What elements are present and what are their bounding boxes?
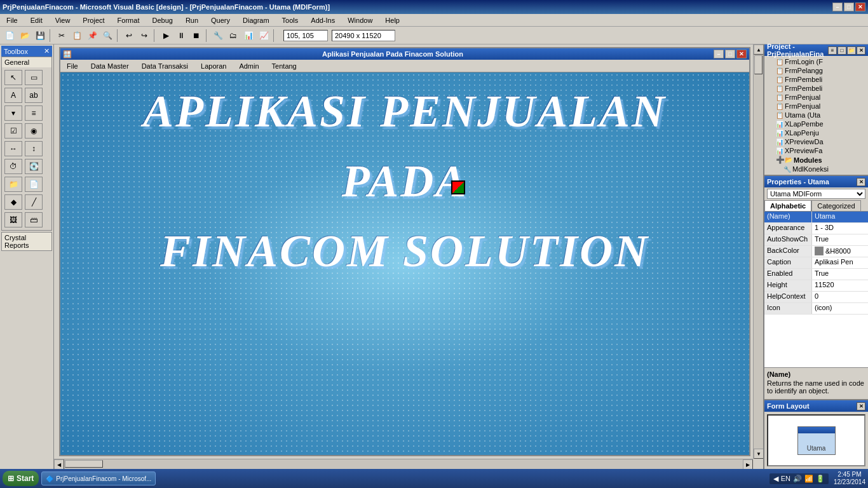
tray-sound-icon[interactable]: 🔊 [793,475,802,483]
toolbox-crystal-tab[interactable]: Crystal Reports [2,233,51,250]
menu-debug[interactable]: Debug [148,15,176,25]
vscroll-thumb[interactable] [754,55,763,74]
toolbar-redo[interactable]: ↪ [137,29,151,43]
tree-item-modules[interactable]: ➕ 📂 Modules [766,155,867,165]
toolbar-undo[interactable]: ↩ [122,29,136,43]
prop-row-enabled[interactable]: Enabled True [764,269,868,280]
tray-arrow[interactable]: ◀ [773,475,778,483]
toolbar-find[interactable]: 🔍 [100,29,114,43]
properties-object-select[interactable]: Utama MDIForm [767,189,865,199]
toolbox-header[interactable]: Toolbox ✕ [1,46,52,57]
menu-query[interactable]: Query [207,15,234,25]
prop-row-appearance[interactable]: Appearance 1 - 3D [764,223,868,234]
vscroll-up-btn[interactable]: ▲ [754,44,763,55]
taskbar-clock[interactable]: 2:45 PM 12/23/2014 [834,471,865,486]
tool-label[interactable]: A [4,88,22,103]
props-tab-alphabetic[interactable]: Alphabetic [764,200,811,211]
prop-row-helpcontext[interactable]: HelpContext 0 [764,292,868,303]
tree-item-frmpelanggan[interactable]: 📋 FrmPelangg [766,66,867,75]
tool-list[interactable]: ≡ [25,105,43,121]
tree-item-frmpembeli1[interactable]: 📋 FrmPembeli [766,75,867,84]
tool-file[interactable]: 📄 [25,177,43,192]
toolbar-run[interactable]: ▶ [159,29,173,43]
tree-item-xpreviewfa[interactable]: 📊 XPreviewFa [766,146,867,155]
mdi-menu-datatransaksi[interactable]: Data Transaksi [138,61,192,71]
toolbar-extra1[interactable]: 🔧 [211,29,225,43]
tool-line[interactable]: ╱ [25,194,43,210]
toolbar-paste[interactable]: 📌 [85,29,99,43]
menu-run[interactable]: Run [182,15,202,25]
project-close[interactable]: ✕ [857,46,865,55]
tool-shape[interactable]: ◆ [4,194,22,210]
taskbar-vb-window[interactable]: 🔷 PrjPenjualanFinacom - Microsof... [41,471,156,485]
hscroll-left-btn[interactable]: ◀ [54,459,64,469]
design-vscroll[interactable]: ▲ ▼ [753,44,763,459]
form-resize-handle[interactable] [451,180,465,194]
toolbar-extra3[interactable]: 📊 [241,29,255,43]
tree-item-utama[interactable]: 📋 Utama (Uta [766,111,867,119]
close-button[interactable]: ✕ [855,3,865,11]
tree-item-xlappenju[interactable]: 📊 XLapPenju [766,128,867,137]
start-button[interactable]: ⊞ Start [3,471,39,486]
menu-window[interactable]: Window [344,15,376,25]
mdi-menu-file[interactable]: File [63,61,82,71]
menu-addins[interactable]: Add-Ins [307,15,339,25]
project-view-code[interactable]: ≡ [828,46,837,55]
menu-file[interactable]: File [3,15,22,25]
tool-dir[interactable]: 📁 [4,177,22,192]
props-tab-categorized[interactable]: Categorized [811,200,860,211]
toolbar-stop[interactable]: ⏹ [189,29,203,43]
prop-row-name[interactable]: (Name) Utama [764,212,868,223]
tree-item-frmpembeli2[interactable]: 📋 FrmPembeli [766,84,867,93]
toolbar-new[interactable]: 📄 [3,29,17,43]
project-view-form[interactable]: □ [837,46,846,55]
mdi-menu-datamaster[interactable]: Data Master [87,61,133,71]
design-hscroll[interactable]: ◀ ▶ [54,459,753,469]
maximize-button[interactable]: □ [844,3,854,11]
tool-check[interactable]: ☑ [4,123,22,139]
tool-radio[interactable]: ◉ [25,123,43,139]
prop-row-caption[interactable]: Caption Aplikasi Pen [764,257,868,269]
tool-combo[interactable]: ▾ [4,105,22,121]
mdi-menu-tentang[interactable]: Tentang [268,61,301,71]
mdi-max-btn[interactable]: □ [725,50,735,58]
toolbar-open[interactable]: 📂 [18,29,32,43]
project-toggle-folders[interactable]: 📁 [847,46,856,55]
toolbar-pause[interactable]: ⏸ [174,29,188,43]
tree-item-mdlkoneksi[interactable]: 🔧 MdlKoneksi [766,165,867,173]
tool-data[interactable]: 🗃 [25,212,43,227]
toolbar-extra2[interactable]: 🗂 [226,29,240,43]
prop-row-height[interactable]: Height 11520 [764,280,868,292]
tool-frame[interactable]: ▭ [25,70,43,85]
tree-item-xlappembe[interactable]: 📊 XLapPembe [766,119,867,128]
tree-item-frmpenjual1[interactable]: 📋 FrmPenjual [766,93,867,102]
vscroll-down-btn[interactable]: ▼ [754,449,763,459]
menu-format[interactable]: Format [114,15,144,25]
tool-vscroll[interactable]: ↕ [25,141,43,156]
menu-diagram[interactable]: Diagram [239,15,273,25]
tree-item-frmpenjual2[interactable]: 📋 FrmPenjual [766,102,867,111]
tool-pointer[interactable]: ↖ [4,70,22,85]
toolbox-general-tab[interactable]: General [2,57,51,67]
prop-row-autoshowch[interactable]: AutoShowCh True [764,234,868,246]
menu-edit[interactable]: Edit [27,15,46,25]
form-layout-close-btn[interactable]: ✕ [857,402,865,410]
mdi-close-btn[interactable]: ✕ [736,50,747,58]
tool-textbox[interactable]: ab [25,88,43,103]
tool-hscroll[interactable]: ↔ [4,141,22,156]
tool-timer[interactable]: ⏱ [4,159,22,174]
mdi-min-btn[interactable]: – [714,50,724,58]
tool-image[interactable]: 🖼 [4,212,22,227]
menu-project[interactable]: Project [79,15,108,25]
tool-drive[interactable]: 💽 [25,159,43,174]
hscroll-right-btn[interactable]: ▶ [743,459,753,469]
mdi-menu-admin[interactable]: Admin [235,61,262,71]
menu-help[interactable]: Help [381,15,403,25]
prop-row-backcolor[interactable]: BackColor &H8000 [764,246,868,257]
toolbar-extra4[interactable]: 📈 [257,29,271,43]
tree-item-frmlogin[interactable]: 📋 FrmLogin (F [766,57,867,66]
menu-view[interactable]: View [51,15,74,25]
mdi-menu-laporan[interactable]: Laporan [197,61,230,71]
minimize-button[interactable]: – [832,3,843,11]
menu-tools[interactable]: Tools [278,15,302,25]
